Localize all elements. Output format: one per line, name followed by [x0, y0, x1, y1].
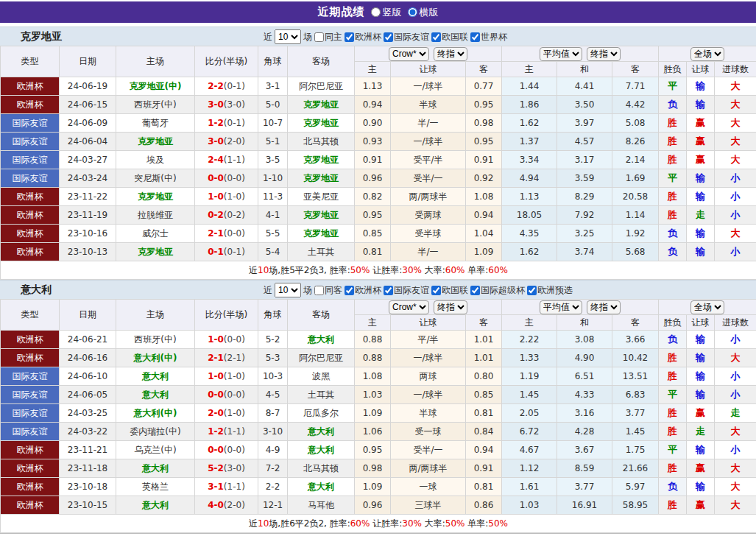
halftime-score: (1-0) [224, 408, 245, 418]
match-date: 24-06-16 [60, 349, 116, 367]
fulltime-score: 1-2 [208, 426, 224, 437]
layout-vertical-option[interactable]: 竖版 [371, 6, 402, 19]
avg-source-select[interactable]: 平均值 [540, 300, 582, 314]
match-type: 欧洲杯 [1, 441, 60, 459]
match-row: 欧洲杯24-06-19克罗地亚(中)2-2(0-1)3-1阿尔巴尼亚1.13一/… [1, 77, 756, 96]
odds-stage-select[interactable]: 终指 [434, 47, 467, 61]
layout-vertical-radio[interactable] [371, 7, 381, 17]
result-goals-value: 大 [731, 99, 741, 110]
layout-horizontal-option[interactable]: 横版 [408, 6, 439, 19]
match-date: 23-10-16 [60, 225, 116, 243]
match-type: 国际友谊 [1, 423, 60, 441]
league-checkbox[interactable] [431, 32, 441, 42]
same-venue-checkbox-option[interactable]: 同客 [314, 284, 342, 297]
same-venue-checkbox[interactable] [314, 32, 324, 42]
score: 5-2(3-0) [195, 459, 258, 478]
match-type: 欧洲杯 [1, 96, 60, 114]
result-goals-value: 大 [731, 499, 741, 510]
scope-select[interactable]: 全场 [690, 47, 724, 61]
result-goals: 大 [715, 77, 756, 96]
avg-draw: 16.91 [557, 496, 612, 515]
result-outcome: 平 [659, 169, 687, 188]
halftime-score: (2-1) [224, 353, 245, 363]
result-handicap: 走 [687, 423, 715, 441]
column-header: 主 [502, 62, 557, 77]
match-row: 欧洲杯24-06-21西班牙(中)1-0(0-0)5-2意大利0.88平/半1.… [1, 331, 756, 349]
avg-away: 2.14 [612, 151, 659, 169]
halftime-score: (0-2) [224, 210, 245, 220]
same-venue-checkbox-option[interactable]: 同主 [314, 31, 342, 43]
score: 0-1(0-1) [195, 243, 258, 261]
match-type: 国际友谊 [1, 114, 60, 133]
league-checkbox[interactable] [345, 286, 354, 295]
result-goals-value: 小 [731, 209, 741, 220]
result-handicap-value: 走 [696, 209, 705, 220]
handicap-line: 一/球半 [391, 77, 466, 96]
avg-draw: 8.29 [557, 188, 612, 206]
handicap-line: 半/一 [391, 114, 466, 133]
avg-draw: 3.97 [557, 114, 612, 133]
match-row: 国际友谊24-06-04克罗地亚3-0(2-0)5-1北马其顿0.93一/球半0… [1, 133, 756, 151]
avg-draw: 3.67 [557, 441, 612, 459]
result-outcome-value: 胜 [668, 117, 677, 128]
avg-stage-select[interactable]: 终指 [587, 47, 621, 61]
result-outcome: 胜 [659, 114, 687, 133]
result-goals-value: 小 [731, 370, 741, 381]
result-handicap: 走 [687, 206, 715, 225]
odds-source-select[interactable]: Crow* [389, 300, 429, 314]
league-checkbox[interactable] [384, 286, 393, 295]
match-row: 欧洲杯23-11-19拉脱维亚0-2(0-2)4-1克罗地亚0.95受两球0.9… [1, 206, 756, 225]
league-checkbox[interactable] [431, 286, 441, 295]
recent-count-select[interactable]: 10 [275, 283, 301, 297]
scope-select[interactable]: 全场 [690, 300, 724, 314]
avg-away: 1.45 [612, 423, 659, 441]
league-checkbox-option[interactable]: 国际友谊 [384, 284, 429, 297]
match-type: 国际友谊 [1, 367, 60, 386]
same-venue-checkbox[interactable] [314, 286, 324, 295]
match-date: 24-03-22 [60, 423, 116, 441]
league-checkbox-option[interactable]: 欧国联 [431, 31, 468, 43]
home-team: 西班牙(中) [116, 96, 195, 114]
avg-draw: 3.59 [557, 169, 612, 188]
odds-source-select[interactable]: Crow* [389, 47, 429, 61]
league-checkbox-option[interactable]: 国际超级杯 [470, 284, 525, 297]
handicap-line: 受半/一 [391, 169, 466, 188]
result-handicap-value: 走 [696, 426, 705, 437]
match-row: 国际友谊24-06-05意大利0-0(0-0)4-5土耳其1.03一/球半0.8… [1, 386, 756, 404]
score: 2-0(1-0) [195, 404, 258, 423]
odds-stage-select[interactable]: 终指 [434, 300, 467, 314]
avg-source-select[interactable]: 平均值 [540, 47, 582, 61]
avg-stage-select[interactable]: 终指 [587, 300, 621, 314]
layout-horizontal-radio[interactable] [408, 7, 417, 17]
league-checkbox-option[interactable]: 欧国联 [431, 284, 468, 297]
league-checkbox-option[interactable]: 国际友谊 [384, 31, 429, 43]
league-checkbox-option[interactable]: 世界杯 [470, 31, 507, 43]
fulltime-score: 3-1 [208, 482, 224, 492]
away-team: 克罗地亚 [288, 114, 355, 133]
league-checkbox[interactable] [470, 286, 480, 295]
result-goals-value: 小 [731, 444, 741, 455]
league-checkbox-option[interactable]: 欧洲杯 [345, 31, 381, 43]
score: 1-0(1-0) [195, 188, 258, 206]
match-type: 欧洲杯 [1, 225, 60, 243]
match-type: 欧洲杯 [1, 331, 60, 349]
result-outcome: 负 [659, 478, 687, 496]
team-name: 克罗地亚 [21, 30, 62, 43]
league-checkbox[interactable] [527, 286, 537, 295]
odds-home: 0.82 [355, 188, 391, 206]
league-checkbox-option[interactable]: 欧洲杯 [345, 284, 381, 297]
league-checkbox[interactable] [470, 32, 480, 42]
result-goals-value: 小 [731, 334, 741, 345]
league-checkbox[interactable] [345, 32, 354, 42]
recent-count-select[interactable]: 10 [275, 29, 301, 44]
away-team: 克罗地亚 [288, 169, 355, 188]
league-checkbox[interactable] [384, 32, 393, 42]
result-outcome: 胜 [659, 133, 687, 151]
matches-label: 场 [303, 31, 312, 43]
column-header: 主场 [116, 46, 195, 77]
page-bottom-divider [0, 533, 756, 534]
league-checkbox-option[interactable]: 欧洲预选 [527, 284, 573, 297]
summary-segment: 场,胜5平2负3, 胜率: [269, 265, 350, 275]
result-outcome-value: 胜 [668, 426, 677, 437]
summary-segment: 场,胜6平2负2, 胜率: [269, 518, 350, 529]
